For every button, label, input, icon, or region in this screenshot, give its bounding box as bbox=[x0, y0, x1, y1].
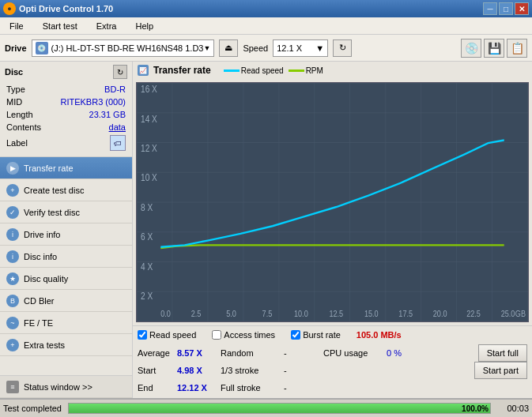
start-value: 4.98 X bbox=[177, 366, 221, 375]
drive-icon: 💿 bbox=[36, 42, 48, 54]
svg-text:10.0: 10.0 bbox=[294, 309, 308, 318]
end-value: 12.12 X bbox=[177, 383, 221, 393]
menu-start-test[interactable]: Start test bbox=[36, 20, 84, 32]
export-button[interactable]: 📋 bbox=[507, 39, 527, 58]
burst-rate-value: 105.0 MB/s bbox=[357, 330, 402, 340]
drive-selector[interactable]: 💿 (J:) HL-DT-ST BD-RE WH16NS48 1.D3 ▼ bbox=[32, 39, 215, 57]
nav-disc-info[interactable]: i Disc info bbox=[0, 246, 132, 268]
svg-text:2 X: 2 X bbox=[141, 291, 153, 301]
svg-text:4 X: 4 X bbox=[141, 261, 153, 272]
drive-label: Drive bbox=[5, 43, 27, 53]
speed-value: 12.1 X bbox=[277, 43, 302, 53]
menubar: File Start test Extra Help bbox=[0, 17, 532, 35]
nav-transfer-rate-label: Transfer rate bbox=[24, 163, 74, 173]
chart-icon: 📈 bbox=[138, 65, 149, 76]
disc-quality-icon: ★ bbox=[6, 272, 19, 285]
nav-drive-info[interactable]: i Drive info bbox=[0, 224, 132, 246]
disc-section-title: Disc bbox=[5, 67, 23, 77]
disc-info-table: Type BD-R MID RITEKBR3 (000) Length 23.3… bbox=[5, 82, 127, 153]
chart-svg: 16 X 14 X 12 X 10 X 8 X 6 X 4 X 2 X 0.0 … bbox=[137, 83, 528, 321]
create-test-disc-icon: + bbox=[6, 184, 19, 197]
save-button[interactable]: 💾 bbox=[484, 39, 504, 58]
svg-text:2.5: 2.5 bbox=[191, 309, 202, 318]
disc-info-panel: Disc ↻ Type BD-R MID RITEKBR3 (000) Leng… bbox=[0, 62, 132, 157]
app-title: Opti Drive Control 1.70 bbox=[19, 4, 483, 13]
svg-text:5.0: 5.0 bbox=[226, 309, 236, 318]
disc-length-value: 23.31 GB bbox=[49, 109, 126, 120]
nav-fe-te[interactable]: ~ FE / TE bbox=[0, 312, 132, 334]
average-value: 8.57 X bbox=[177, 348, 221, 358]
stats-row-1: Average 8.57 X Random - CPU usage 0 % St… bbox=[138, 344, 527, 362]
nav-create-test-disc[interactable]: + Create test disc bbox=[0, 179, 132, 201]
svg-text:GB: GB bbox=[515, 309, 526, 318]
minimize-button[interactable]: ─ bbox=[483, 2, 497, 15]
menu-extra[interactable]: Extra bbox=[90, 20, 123, 32]
nav-verify-test-disc[interactable]: ✓ Verify test disc bbox=[0, 201, 132, 224]
status-window-button[interactable]: ≡ Status window >> bbox=[0, 376, 132, 398]
status-text: Test completed bbox=[3, 404, 62, 413]
disc-type-value: BD-R bbox=[49, 84, 126, 95]
nav-extra-tests[interactable]: + Extra tests bbox=[0, 334, 132, 356]
disc-label-icon[interactable]: 🏷 bbox=[110, 135, 126, 151]
progress-fill bbox=[69, 404, 490, 413]
legend-rpm-label: RPM bbox=[306, 66, 323, 75]
average-label: Average bbox=[138, 348, 177, 358]
speed-selector[interactable]: 12.1 X ▼ bbox=[273, 39, 328, 57]
restore-button[interactable]: □ bbox=[499, 2, 513, 15]
start-full-button[interactable]: Start full bbox=[478, 344, 527, 362]
svg-text:22.5: 22.5 bbox=[466, 309, 481, 318]
speed-refresh-button[interactable]: ↻ bbox=[333, 39, 352, 57]
access-times-checkbox[interactable] bbox=[212, 330, 221, 340]
status-window-icon: ≡ bbox=[6, 381, 19, 393]
nav-cd-bler[interactable]: B CD Bler bbox=[0, 290, 132, 312]
disc-info-icon: i bbox=[6, 250, 19, 263]
disc-contents-value[interactable]: data bbox=[49, 122, 126, 133]
svg-text:10 X: 10 X bbox=[141, 173, 157, 183]
svg-text:20.0: 20.0 bbox=[433, 309, 447, 318]
disc-button[interactable]: 💿 bbox=[461, 39, 481, 58]
svg-text:15.0: 15.0 bbox=[364, 309, 379, 318]
svg-text:7.5: 7.5 bbox=[262, 309, 273, 318]
read-speed-checkbox-item: Read speed bbox=[138, 330, 196, 340]
statusbar: Test completed 100.0% 00:03 bbox=[0, 398, 532, 417]
burst-rate-checkbox[interactable] bbox=[291, 330, 300, 340]
menu-help[interactable]: Help bbox=[129, 20, 160, 32]
end-label: End bbox=[138, 383, 177, 393]
progress-text: 100.0% bbox=[462, 404, 489, 413]
full-stroke-label: Full stroke bbox=[221, 383, 284, 393]
svg-text:6 X: 6 X bbox=[141, 231, 153, 242]
nav-transfer-rate[interactable]: ▶ Transfer rate bbox=[0, 157, 132, 179]
titlebar: ● Opti Drive Control 1.70 ─ □ ✕ bbox=[0, 0, 532, 17]
nav-drive-info-label: Drive info bbox=[24, 230, 60, 239]
close-button[interactable]: ✕ bbox=[515, 2, 529, 15]
cd-bler-icon: B bbox=[6, 295, 19, 307]
nav-extra-tests-label: Extra tests bbox=[24, 340, 65, 350]
legend-rpm-color bbox=[289, 70, 304, 72]
burst-rate-checkbox-item: Burst rate bbox=[291, 330, 341, 340]
start-label: Start bbox=[138, 366, 177, 375]
start-part-button[interactable]: Start part bbox=[474, 362, 527, 379]
nav-disc-quality-label: Disc quality bbox=[24, 274, 68, 284]
read-speed-checkbox[interactable] bbox=[138, 330, 147, 340]
disc-refresh-button[interactable]: ↻ bbox=[113, 65, 127, 79]
drive-dropdown-arrow: ▼ bbox=[203, 44, 210, 52]
stroke13-value: - bbox=[284, 366, 308, 375]
time-display: 00:03 bbox=[497, 404, 529, 413]
disc-length-label: Length bbox=[6, 109, 47, 120]
svg-text:0.0: 0.0 bbox=[160, 309, 171, 318]
nav-disc-quality[interactable]: ★ Disc quality bbox=[0, 268, 132, 290]
drive-info-icon: i bbox=[6, 228, 19, 241]
stats-area: Average 8.57 X Random - CPU usage 0 % St… bbox=[133, 343, 532, 398]
svg-text:14 X: 14 X bbox=[141, 114, 157, 124]
stroke13-label: 1/3 stroke bbox=[221, 366, 284, 375]
menu-file[interactable]: File bbox=[3, 20, 30, 32]
legend-read-label: Read speed bbox=[241, 66, 284, 75]
chart-display-area: 16 X 14 X 12 X 10 X 8 X 6 X 4 X 2 X 0.0 … bbox=[136, 82, 529, 322]
speed-label: Speed bbox=[243, 43, 268, 53]
speed-arrow: ▼ bbox=[315, 43, 324, 53]
fe-te-icon: ~ bbox=[6, 317, 19, 329]
cpu-usage-value: 0 % bbox=[387, 348, 418, 358]
eject-button[interactable]: ⏏ bbox=[219, 39, 238, 57]
svg-text:16 X: 16 X bbox=[141, 84, 157, 94]
progress-bar: 100.0% bbox=[68, 403, 491, 414]
